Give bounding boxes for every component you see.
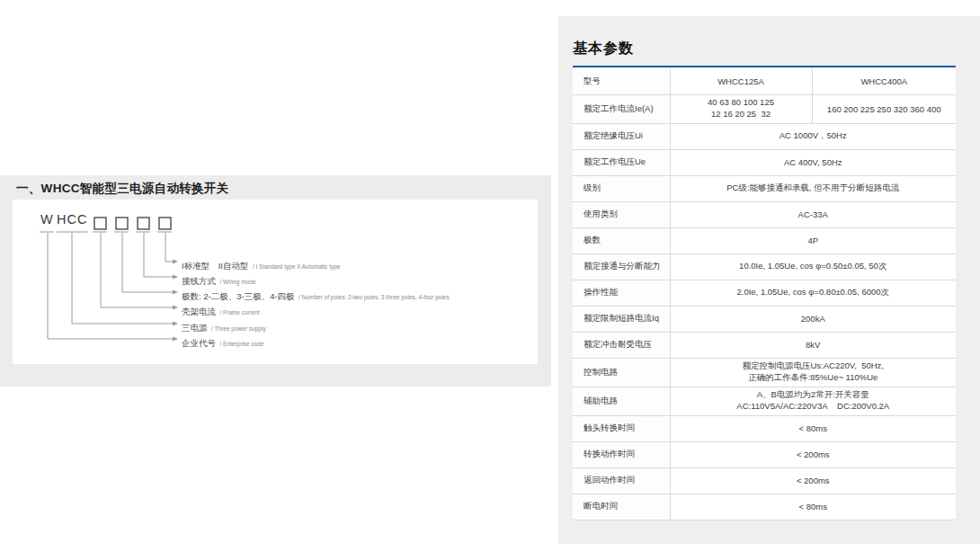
table-row: 触头转换时间 < 80ms <box>573 415 956 441</box>
basic-params-table: 型号 WHCC125A WHCC400A 额定工作电流Ie(A) 40 63 8… <box>573 68 956 520</box>
param-value: < 200ms <box>670 441 956 467</box>
param-value: < 80ms <box>670 493 956 520</box>
code-prefix-hcc: HCC <box>57 212 87 227</box>
param-label: 极数 <box>573 227 670 253</box>
param-label: 型号 <box>573 68 670 94</box>
connector-arrowheads <box>173 260 178 342</box>
code-box <box>116 218 128 229</box>
code-boxes <box>94 218 171 229</box>
param-label: 额定限制短路电流Iq <box>573 306 670 332</box>
param-label: 转换动作时间 <box>573 441 670 467</box>
param-value: A、B电源均为2常开:开关容量 AC:110V5A/AC:220V3A DC:2… <box>670 387 956 415</box>
table-row: 额定工作电压Ue AC 400V, 50Hz <box>573 149 956 175</box>
table-row-aux-circuit: 辅助电路 A、B电源均为2常开:开关容量 AC:110V5A/AC:220V3A… <box>573 387 956 415</box>
param-label: 返回动作时间 <box>573 467 670 493</box>
param-value-400: 160 200 225 250 320 360 400 <box>812 94 956 123</box>
left-section-title: 一、WHCC智能型三电源自动转换开关 <box>16 181 228 197</box>
model-code-diagram: W HCC I标准型 II自动型 / I Standard type II Au… <box>13 200 538 364</box>
table-row: 返回动作时间 < 200ms <box>573 467 956 493</box>
param-label: 额定绝缘电压Ui <box>573 123 670 149</box>
param-label: 控制电路 <box>573 358 670 387</box>
param-value-400: WHCC400A <box>812 68 956 94</box>
param-value: PC级:能够接通和承载, 但不用于分断短路电流 <box>670 175 956 201</box>
code-connector-lines <box>13 200 538 364</box>
code-box <box>159 218 171 229</box>
param-value: 2.0Ie, 1.05Ue, cos φ=0.80±0.05, 6000次 <box>670 280 956 306</box>
table-row: 转换动作时间 < 200ms <box>573 441 956 467</box>
table-row: 额定绝缘电压Ui AC 1000V，50Hz <box>573 123 956 149</box>
basic-params-section: 基本参数 型号 WHCC125A WHCC400A 额定工作电流Ie(A) 40… <box>558 16 980 544</box>
code-prefix-w: W <box>40 212 54 227</box>
param-label: 额定冲击耐受电压 <box>573 332 670 358</box>
param-value-125: WHCC125A <box>670 68 812 94</box>
param-value: 额定控制电源电压Us:AC220V, 50Hz, 正确的工作条件:85%Ue~ … <box>670 358 956 387</box>
param-value: < 200ms <box>670 467 956 493</box>
title-accent-rule <box>573 66 956 67</box>
model-code-section: 一、WHCC智能型三电源自动转换开关 <box>0 175 551 387</box>
table-row-rated-current: 额定工作电流Ie(A) 40 63 80 100 125 12 16 20 25… <box>573 94 956 123</box>
code-label-type: I标准型 II自动型 / I Standard type II Automati… <box>182 256 340 272</box>
param-label: 操作性能 <box>573 280 670 306</box>
table-row: 极数 4P <box>573 227 956 253</box>
code-box <box>94 218 106 229</box>
basic-params-title: 基本参数 <box>573 40 634 58</box>
table-row: 操作性能 2.0Ie, 1.05Ue, cos φ=0.80±0.05, 600… <box>573 280 956 306</box>
code-label-three-power: 三电源 / Three power supply <box>182 318 266 334</box>
param-label: 触头转换时间 <box>573 415 670 441</box>
param-value: AC-33A <box>670 201 956 227</box>
param-value-125: 40 63 80 100 125 12 16 20 25 32 <box>670 94 812 123</box>
param-label: 额定工作电压Ue <box>573 149 670 175</box>
param-label: 辅助电路 <box>573 387 670 415</box>
code-box <box>138 218 149 229</box>
table-row-control-circuit: 控制电路 额定控制电源电压Us:AC220V, 50Hz, 正确的工作条件:85… <box>573 358 956 387</box>
table-row-model: 型号 WHCC125A WHCC400A <box>573 68 956 94</box>
code-label-wiring-mode: 接线方式 / Wiring mode <box>182 271 256 288</box>
param-label: 额定工作电流Ie(A) <box>573 94 670 123</box>
table-row: 使用类别 AC-33A <box>573 201 956 227</box>
param-value: 10.0Ie, 1.05Ue, cos φ=0.50±0.05, 50次 <box>670 253 956 280</box>
param-value: AC 400V, 50Hz <box>670 149 956 175</box>
param-value: AC 1000V，50Hz <box>670 123 956 149</box>
param-value: 4P <box>670 227 956 253</box>
table-row: 额定接通与分断能力 10.0Ie, 1.05Ue, cos φ=0.50±0.0… <box>573 253 956 280</box>
table-row: 额定冲击耐受电压 8kV <box>573 332 956 358</box>
param-value: 200kA <box>670 306 956 332</box>
code-label-poles: 极数: 2-二极、3-三极、4-四极 / Number of poles: 2-… <box>182 287 450 303</box>
connector-paths <box>48 233 173 339</box>
param-value: < 80ms <box>670 415 956 441</box>
code-label-enterprise-code: 企业代号 / Enterprise code <box>182 333 264 350</box>
table-row: 断电时间 < 80ms <box>573 493 956 520</box>
table-row: 额定限制短路电流Iq 200kA <box>573 306 956 332</box>
catalog-page: 一、WHCC智能型三电源自动转换开关 <box>0 0 980 560</box>
table-row: 级别 PC级:能够接通和承载, 但不用于分断短路电流 <box>573 175 956 201</box>
param-label: 断电时间 <box>573 493 670 520</box>
param-value: 8kV <box>670 332 956 358</box>
param-label: 级别 <box>573 175 670 201</box>
param-label: 额定接通与分断能力 <box>573 253 670 280</box>
code-label-frame-current: 壳架电流 / Frame current <box>182 302 260 318</box>
param-label: 使用类别 <box>573 201 670 227</box>
